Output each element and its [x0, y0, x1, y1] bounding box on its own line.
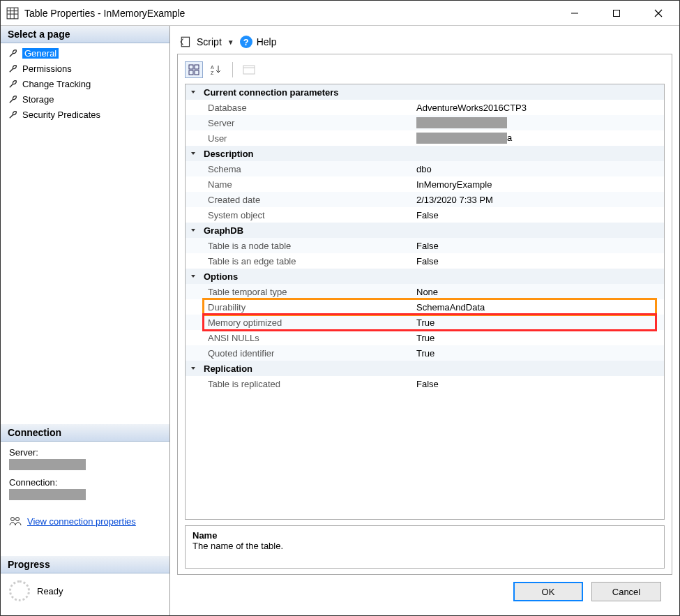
collapse-icon[interactable]: [186, 227, 201, 234]
categorized-button[interactable]: [185, 61, 203, 78]
property-row[interactable]: Table temporal typeNone: [186, 284, 664, 299]
property-value: True: [416, 348, 435, 359]
property-row[interactable]: Schemadbo: [186, 161, 664, 176]
page-item-storage[interactable]: Storage: [1, 91, 169, 107]
property-group-header[interactable]: Options: [186, 269, 664, 284]
svg-rect-6: [614, 10, 620, 16]
script-label: Script: [197, 36, 222, 47]
progress-block: Ready: [1, 573, 169, 615]
property-key: Schema: [201, 164, 414, 174]
property-value: InMemoryExample: [416, 179, 492, 190]
property-row[interactable]: System objectFalse: [186, 207, 664, 223]
view-connection-properties[interactable]: View connection properties: [1, 514, 169, 535]
page-label: Change Tracking: [22, 79, 91, 89]
property-key: Name: [201, 179, 414, 190]
collapse-icon[interactable]: [186, 365, 201, 372]
group-title: Options: [201, 271, 414, 282]
property-key: Durability: [201, 302, 414, 313]
toolbar-separator: [232, 62, 233, 77]
left-pane: Select a page General Permissions Change…: [1, 26, 170, 615]
svg-rect-12: [189, 65, 193, 69]
property-value: None: [416, 287, 438, 297]
alphabetical-button[interactable]: AZ: [207, 61, 225, 78]
property-key: Quoted identifier: [201, 348, 414, 359]
progress-header: Progress: [1, 556, 169, 573]
collapse-icon[interactable]: [186, 273, 201, 280]
property-row[interactable]: Table is a node tableFalse: [186, 238, 664, 253]
property-grid[interactable]: Current connection parametersDatabaseAdv…: [185, 84, 665, 520]
property-group-header[interactable]: Replication: [186, 361, 664, 376]
svg-text:A: A: [211, 65, 214, 70]
progress-spinner-icon: [9, 580, 30, 601]
property-row[interactable]: Created date2/13/2020 7:33 PM: [186, 192, 664, 207]
connection-block: Server: Connection:: [1, 442, 169, 514]
page-label: General: [22, 48, 59, 59]
property-key: Table is replicated: [201, 379, 414, 389]
property-key: System object: [201, 210, 414, 220]
property-key: Table is an edge table: [201, 256, 414, 266]
window-title: Table Properties - InMemoryExample: [24, 8, 554, 19]
property-row[interactable]: NameInMemoryExample: [186, 176, 664, 192]
page-item-changetracking[interactable]: Change Tracking: [1, 76, 169, 91]
progress-status: Ready: [37, 586, 63, 596]
cancel-button[interactable]: Cancel: [591, 582, 661, 601]
property-row[interactable]: Quoted identifierTrue: [186, 345, 664, 361]
property-key: ANSI NULLs: [201, 333, 414, 343]
wrench-icon: [8, 63, 18, 74]
script-button[interactable]: Script ▼: [180, 36, 234, 48]
page-list: General Permissions Change Tracking Stor…: [1, 43, 169, 122]
connection-header: Connection: [1, 424, 169, 442]
property-value: False: [416, 210, 439, 220]
property-row[interactable]: DatabaseAdventureWorks2016CTP3: [186, 100, 664, 115]
page-label: Security Predicates: [22, 110, 100, 120]
maximize-button[interactable]: [596, 1, 637, 26]
page-item-securitypredicates[interactable]: Security Predicates: [1, 107, 169, 122]
property-group-header[interactable]: Description: [186, 146, 664, 161]
people-icon: [9, 516, 22, 527]
property-row[interactable]: Table is an edge tableFalse: [186, 253, 664, 269]
close-button[interactable]: [637, 1, 679, 26]
svg-rect-0: [7, 8, 18, 19]
cancel-label: Cancel: [612, 587, 640, 597]
page-item-permissions[interactable]: Permissions: [1, 61, 169, 76]
wrench-icon: [8, 94, 18, 105]
ok-button[interactable]: OK: [513, 582, 583, 601]
page-item-general[interactable]: General: [1, 45, 169, 61]
property-group-header[interactable]: Current connection parameters: [186, 84, 664, 100]
property-row[interactable]: Server: [186, 115, 664, 130]
connection-value-redacted: [9, 489, 86, 500]
property-group-header[interactable]: GraphDB: [186, 223, 664, 238]
property-value: False: [416, 256, 439, 266]
property-value: dbo: [416, 164, 432, 174]
server-value-redacted: [9, 459, 86, 470]
collapse-icon[interactable]: [186, 89, 201, 96]
property-row[interactable]: Table is replicatedFalse: [186, 376, 664, 391]
group-title: Description: [201, 149, 414, 159]
property-row[interactable]: Usera: [186, 130, 664, 146]
page-label: Permissions: [22, 63, 72, 74]
redacted-value: [416, 133, 507, 144]
property-row[interactable]: Memory optimizedTrue: [186, 315, 664, 330]
svg-rect-14: [189, 70, 193, 75]
property-value: True: [416, 333, 435, 343]
select-page-header: Select a page: [1, 26, 169, 43]
titlebar: Table Properties - InMemoryExample: [1, 1, 679, 26]
view-connection-link[interactable]: View connection properties: [27, 516, 136, 527]
svg-text:Z: Z: [211, 70, 214, 75]
help-icon: ?: [240, 36, 252, 48]
property-value-tail: a: [507, 133, 512, 143]
group-title: Current connection parameters: [201, 87, 414, 98]
minimize-button[interactable]: [554, 1, 596, 26]
property-key: Table is a node table: [201, 241, 414, 251]
dialog-buttons: OK Cancel: [177, 575, 672, 613]
svg-point-10: [16, 518, 20, 521]
help-label: Help: [257, 36, 277, 47]
property-row[interactable]: DurabilitySchemaAndData: [186, 299, 664, 315]
svg-point-9: [11, 518, 15, 521]
property-key: Table temporal type: [201, 287, 414, 297]
property-row[interactable]: ANSI NULLsTrue: [186, 330, 664, 345]
svg-rect-13: [195, 65, 199, 69]
collapse-icon[interactable]: [186, 150, 201, 157]
property-pages-button[interactable]: [240, 61, 258, 78]
help-button[interactable]: ? Help: [240, 36, 277, 48]
